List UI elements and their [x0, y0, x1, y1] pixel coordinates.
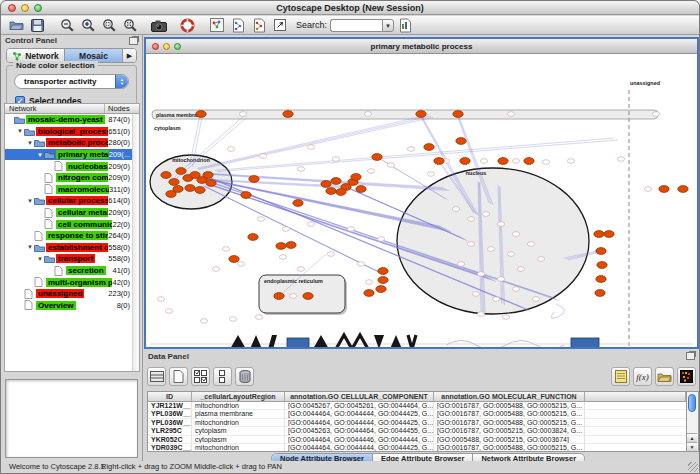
gene-node[interactable] [332, 157, 339, 162]
highlighted-gene-node[interactable] [286, 242, 296, 249]
cell-region[interactable]: mitochondrion [192, 402, 285, 410]
highlighted-gene-node[interactable] [195, 187, 205, 194]
column-header-annotation-go-cellular-component[interactable]: annotation.GO CELLULAR_COMPONENT [285, 392, 434, 401]
gene-node[interactable] [467, 217, 474, 222]
zoom-button[interactable] [174, 43, 181, 50]
float-panel-icon[interactable] [686, 352, 695, 360]
save-button[interactable] [27, 17, 48, 34]
gene-node[interactable] [297, 267, 304, 272]
window-titlebar[interactable]: Cytoscape Desktop (New Session) [1, 1, 699, 15]
close-button[interactable] [152, 43, 159, 50]
gene-node[interactable] [480, 159, 487, 164]
gene-node[interactable] [617, 157, 624, 162]
table-scrollbar[interactable]: ▲ ▼ [687, 391, 699, 452]
cell-func[interactable]: [GO:0005488, GO:0005215, GO:0003674] [434, 436, 585, 444]
gene-node[interactable] [257, 217, 264, 222]
highlighted-gene-node[interactable] [185, 185, 195, 192]
cell-id[interactable]: YLR295C [148, 427, 192, 435]
gene-node[interactable] [497, 277, 504, 282]
zoom-fit-button[interactable] [119, 17, 140, 34]
highlighted-gene-node[interactable] [378, 277, 388, 284]
cell-region[interactable]: mitochondrion [192, 444, 285, 452]
resize-grip[interactable] [688, 462, 698, 472]
column-header-annotation-go-molecular-function[interactable]: annotation.GO MOLECULAR_FUNCTION [434, 392, 585, 401]
gene-node[interactable] [297, 167, 304, 172]
cell-region[interactable]: plasma membrane [192, 410, 285, 418]
tree-row-establishment-of-lo[interactable]: ▼establishment of lo558(0) [5, 242, 139, 254]
gene-node[interactable] [165, 309, 172, 314]
gene-node[interactable] [497, 222, 504, 227]
gene-node[interactable] [282, 227, 289, 232]
highlighted-gene-node[interactable] [241, 192, 251, 199]
delete-attribute-button[interactable] [235, 367, 254, 386]
tree-row-cell-communicat[interactable]: cell communicat22(0) [5, 218, 139, 230]
highlighted-gene-node[interactable] [678, 186, 688, 193]
gene-node[interactable] [472, 292, 479, 297]
birds-eye-view[interactable] [5, 379, 138, 458]
gene-node[interactable] [227, 147, 234, 152]
highlighted-gene-node[interactable] [372, 154, 382, 161]
network-window-titlebar[interactable]: primary metabolic process [146, 39, 697, 54]
gene-node[interactable] [532, 297, 539, 302]
expand-arrow-icon[interactable]: ▼ [36, 152, 44, 158]
highlighted-gene-node[interactable] [460, 158, 470, 165]
expand-arrow-icon[interactable]: ▼ [26, 198, 34, 204]
cell-id[interactable]: YDR039C__1 [148, 444, 192, 452]
gene-node[interactable] [452, 207, 459, 212]
highlighted-gene-node[interactable] [604, 231, 614, 238]
select-attributes-button[interactable] [191, 367, 210, 386]
gene-node[interactable] [482, 212, 489, 217]
new-attribute-button[interactable] [169, 367, 188, 386]
tree-row-response-to-stimulu[interactable]: response to stimulu264(0) [5, 230, 139, 242]
tree-row-unassigned[interactable]: unassigned223(0) [5, 288, 139, 300]
gene-node[interactable] [200, 319, 207, 324]
highlighted-gene-node[interactable] [229, 256, 239, 263]
highlighted-gene-node[interactable] [456, 138, 466, 145]
highlighted-gene-node[interactable] [498, 158, 508, 165]
tree-row-metabolic-process[interactable]: ▼metabolic process280(0) [5, 137, 139, 149]
table-row-ypl036w-1[interactable]: YPL036W__1mitochondrion[GO:0044464, GO:0… [148, 419, 686, 428]
tree-row-biological-process[interactable]: ▼biological_process651(0) [5, 126, 139, 138]
gene-node[interactable] [347, 227, 354, 232]
highlighted-gene-node[interactable] [597, 262, 607, 269]
gene-node[interactable] [492, 297, 499, 302]
gene-node[interactable] [517, 267, 524, 272]
cell-id[interactable]: YPL036W__1 [148, 419, 192, 427]
cell-comp[interactable]: [GO:0044464, GO:0044444, GO:0044425, G..… [285, 410, 434, 418]
attribute-notes-button[interactable] [611, 367, 630, 386]
gene-node[interactable] [542, 160, 549, 165]
table-row-ylr295c[interactable]: YLR295Ccytoplasm[GO:0045263, GO:0044464,… [148, 427, 686, 436]
gene-node[interactable] [537, 257, 544, 262]
gene-node[interactable] [367, 169, 374, 174]
highlighted-gene-node[interactable] [434, 158, 444, 165]
highlighted-gene-node[interactable] [356, 186, 366, 193]
highlighted-gene-node[interactable] [321, 181, 331, 188]
destroy-network-view-button[interactable] [248, 17, 269, 34]
highlighted-gene-node[interactable] [283, 111, 293, 118]
tree-row-transport[interactable]: ▼transport558(0) [5, 253, 139, 265]
cell-region[interactable]: cytoplasm [192, 427, 285, 435]
gene-node[interactable] [477, 312, 484, 317]
highlighted-gene-node[interactable] [326, 188, 336, 195]
gene-node[interactable] [255, 315, 262, 320]
cell-id[interactable]: YJR121W__1 [148, 402, 192, 410]
highlighted-gene-node[interactable] [203, 172, 213, 179]
gene-node[interactable] [477, 272, 484, 277]
expand-arrow-icon[interactable]: ▼ [26, 140, 34, 146]
highlighted-gene-node[interactable] [169, 179, 179, 186]
import-attributes-button[interactable] [655, 367, 674, 386]
gene-node[interactable] [357, 262, 364, 267]
tree-row-macromolecule[interactable]: macromolecule311(0) [5, 184, 139, 196]
highlighted-gene-node[interactable] [659, 186, 669, 193]
cell-comp[interactable]: [GO:0045267, GO:0045261, GO:0044464, G..… [285, 402, 434, 410]
annotation-button[interactable] [269, 17, 290, 34]
gene-node[interactable] [427, 172, 434, 177]
highlighted-gene-node[interactable] [453, 111, 463, 118]
gene-node[interactable] [365, 280, 372, 285]
highlighted-gene-node[interactable] [161, 172, 171, 179]
table-row-ydr039c-1[interactable]: YDR039C__1mitochondrion[GO:0044464, GO:0… [148, 444, 686, 452]
gene-node[interactable] [527, 242, 534, 247]
matrix-view-button[interactable] [677, 367, 696, 386]
gene-node[interactable] [229, 317, 236, 322]
highlighted-gene-node[interactable] [595, 290, 605, 297]
